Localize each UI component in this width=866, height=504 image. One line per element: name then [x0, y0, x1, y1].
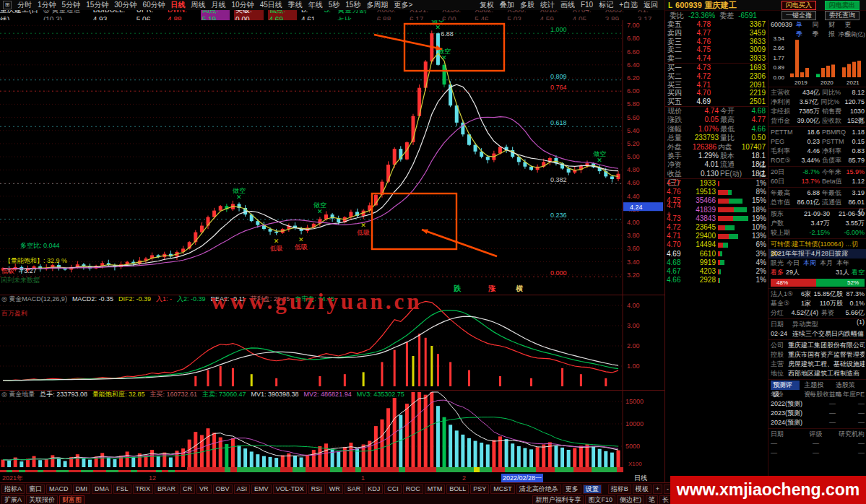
bottom-ext-item-0[interactable]: 扩展A — [1, 495, 25, 504]
ladder-row-10[interactable]: 4.6742032% — [665, 267, 768, 276]
ladder-row-1[interactable]: 4.76195138% — [665, 188, 768, 196]
bottom-indicator-14[interactable]: RSI — [308, 485, 325, 494]
bottom-ext-item-1[interactable]: 关联报价 — [26, 495, 58, 504]
bottom-indicator-25[interactable]: 更多 — [563, 485, 581, 494]
bottom-indicator-16[interactable]: SAR — [345, 485, 364, 494]
tool-item-3[interactable]: 统计 — [537, 0, 558, 10]
tool-item-8[interactable]: 返回 — [641, 0, 661, 10]
bottom-indicator-12[interactable]: EMV — [251, 485, 272, 494]
bottom-indicator-1[interactable]: 窗口 — [26, 485, 45, 494]
ladder-row-5[interactable]: 4.722364510% — [665, 223, 768, 232]
period-item-2[interactable]: 5分钟 — [59, 0, 84, 10]
ladder-row-6[interactable]: 4.712940013% — [665, 232, 768, 240]
order-book-row-1[interactable]: 卖四4.773459 — [665, 29, 768, 38]
bottom-promo-item-2[interactable]: 侧边栏) — [617, 495, 644, 504]
period-item-5[interactable]: 60分钟 — [139, 0, 168, 10]
period-item-11[interactable]: 季线 — [285, 0, 306, 10]
bottom-indicator-17[interactable]: KDJ — [365, 485, 383, 494]
bottom-indicator-19[interactable]: ROC — [403, 485, 423, 494]
bottom-promo-item-1[interactable]: 图文F10 — [585, 495, 615, 504]
bottom-right-item-0[interactable]: 指标B — [608, 485, 631, 494]
period-item-4[interactable]: 30分钟 — [111, 0, 139, 10]
finance-tab-0[interactable]: 单季 — [796, 20, 809, 30]
bottom-promo-item-0[interactable]: 新用户福利专享 — [532, 495, 584, 504]
tool-item-6[interactable]: 标记 — [596, 0, 616, 10]
bottom-indicator-2[interactable]: MACD — [46, 485, 72, 494]
period-item-3[interactable]: 15分钟 — [83, 0, 111, 10]
order-book-row-6[interactable]: 买二4.722306 — [665, 72, 768, 81]
sentiment-tab-0[interactable]: 今日 — [787, 258, 800, 268]
bottom-right-item-1[interactable]: 模板 — [633, 485, 651, 494]
bottom-indicator-21[interactable]: BOLL — [446, 485, 469, 494]
finance-tab-1[interactable]: 同季 — [813, 20, 826, 30]
sentiment-tab-2[interactable]: 本月 — [820, 258, 833, 268]
order-book-row-3[interactable]: 卖二4.753009 — [665, 45, 768, 54]
bottom-indicator-20[interactable]: MTM — [425, 485, 446, 494]
bottom-indicator-9[interactable]: VR — [196, 485, 212, 494]
bottom-indicator-23[interactable]: MCST — [490, 485, 515, 494]
tool-item-4[interactable]: 画线 — [558, 0, 578, 10]
order-book-row-4[interactable]: 卖一4.743933 — [665, 54, 768, 63]
finance-tab-3[interactable]: 更多.. — [845, 20, 861, 30]
tool-item-1[interactable]: 叠加 — [497, 0, 517, 10]
bottom-indicator-7[interactable]: BRAR — [155, 485, 178, 494]
bottom-indicator-26[interactable]: 设置 — [583, 485, 602, 494]
order-book-row-2[interactable]: 卖三4.763633 — [665, 38, 768, 46]
forecast-tab-2[interactable]: 选股策略 — [833, 381, 862, 390]
period-item-8[interactable]: 月线 — [209, 0, 229, 10]
forecast-tab-1[interactable]: 主题投资 — [802, 381, 831, 390]
main-price-chart[interactable]: 7.006.806.606.406.206.005.805.605.405.20… — [0, 20, 664, 295]
period-item-6[interactable]: 日线 — [168, 0, 189, 10]
overview-strip[interactable] — [0, 467, 623, 473]
bottom-indicator-18[interactable]: CCI — [384, 485, 402, 494]
period-item-12[interactable]: 年线 — [306, 0, 326, 10]
bottom-indicator-5[interactable]: FSL — [113, 485, 131, 494]
flash-sell-button[interactable]: 闪电卖出 — [825, 1, 859, 10]
sentiment-tab-3[interactable]: 本年 — [836, 258, 849, 268]
flash-buy-button[interactable]: 闪电买入 — [781, 1, 816, 10]
ladder-row-7[interactable]: 4.70144946% — [665, 240, 768, 249]
period-item-10[interactable]: 45日线 — [257, 0, 285, 10]
bottom-ext-item-2[interactable]: 财富图 — [59, 495, 85, 504]
order-book-row-0[interactable]: 卖五4.783367 — [665, 20, 768, 29]
forecast-tab-0[interactable]: 预测评级 — [771, 381, 800, 390]
period-item-13[interactable]: 5秒 — [326, 0, 343, 10]
period-item-0[interactable]: 分时 — [14, 0, 35, 10]
bottom-indicator-22[interactable]: PSY — [470, 485, 489, 494]
tool-item-5[interactable]: F10 — [578, 0, 596, 10]
grid-icon[interactable]: ⊞ — [3, 1, 12, 9]
order-book-row-5[interactable]: 买一4.731693 — [665, 63, 768, 72]
ladder-row-9[interactable]: 4.6899194% — [665, 258, 768, 267]
ladder-row-4[interactable]: 4.734384319% — [665, 214, 768, 223]
bottom-promo-item-3[interactable]: 笔 — [646, 495, 658, 504]
bottom-indicator-4[interactable]: DMA — [92, 485, 112, 494]
ladder-row-3[interactable]: 4.74 +4183918% — [665, 206, 768, 214]
period-item-14[interactable]: 15秒 — [342, 0, 363, 10]
bottom-indicator-3[interactable]: DMI — [73, 485, 91, 494]
ladder-row-8[interactable]: 4.6966103% — [665, 250, 768, 258]
finance-tab-2[interactable]: 财报 — [828, 20, 841, 30]
period-item-7[interactable]: 周线 — [189, 0, 209, 10]
convertible-bond-row[interactable]: 可转债:建工转债(110064) …切换> — [768, 240, 866, 249]
tool-item-7[interactable]: +自选 — [616, 0, 641, 10]
bottom-indicator-10[interactable]: OBV — [213, 485, 233, 494]
ladder-row-0[interactable]: 4.7719331% — [665, 179, 768, 188]
bottom-indicator-0[interactable]: 指标A — [1, 485, 25, 494]
ladder-row-11[interactable]: 4.6629281% — [665, 276, 768, 284]
tool-item-0[interactable]: 复权 — [477, 0, 497, 10]
period-item-1[interactable]: 1分钟 — [35, 0, 59, 10]
bottom-indicator-8[interactable]: CR — [180, 485, 195, 494]
bottom-indicator-24[interactable]: 清北高价绝杀 — [516, 485, 561, 494]
period-item-16[interactable]: 更多> — [391, 0, 415, 10]
bottom-indicator-6[interactable]: TRIX — [133, 485, 154, 494]
volume-panel[interactable]: 15000100005000X100 — [0, 390, 664, 467]
sentiment-tab-1[interactable]: 本周 — [803, 258, 816, 268]
period-item-15[interactable]: 多周期 — [363, 0, 391, 10]
bottom-right-item-2[interactable]: + — [653, 485, 662, 494]
period-item-9[interactable]: 10分钟 — [229, 0, 257, 10]
event-row-0[interactable]: 02-24连续三个交易日内跌幅偏… — [768, 329, 866, 339]
tool-item-2[interactable]: 多股 — [517, 0, 537, 10]
bottom-indicator-13[interactable]: VOL-TDX — [273, 485, 307, 494]
bottom-indicator-11[interactable]: ASI — [234, 485, 251, 494]
order-book-row-9[interactable]: 买五4.692501 — [665, 97, 768, 106]
